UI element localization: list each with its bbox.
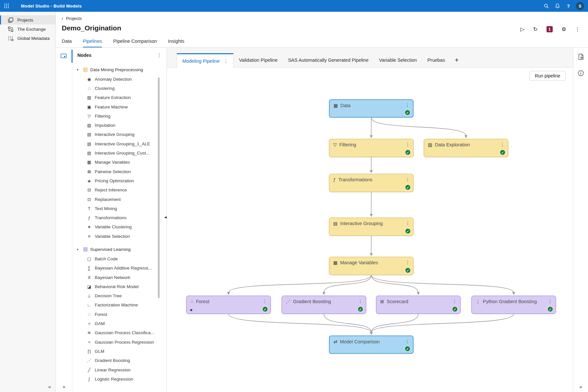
node-group-supervised-learning[interactable]: ▾Supervised Learning	[72, 244, 167, 254]
node-template-reject-inference[interactable]: ⊟Reject Inference	[72, 186, 167, 195]
node-template-bayesian-additive-regressi[interactable]: ∑Bayesian Additive Regressi...	[72, 264, 167, 273]
info-icon[interactable]	[573, 67, 588, 80]
node-template-pairwise-selection[interactable]: ⊠Pairwise Selection	[72, 167, 167, 176]
tab-insights[interactable]: Insights	[168, 39, 184, 48]
node-template-interactive-grouping[interactable]: ▤Interactive Grouping	[72, 130, 167, 139]
node-template-variable-clustering[interactable]: ∗Variable Clustering	[72, 222, 167, 232]
node-template-linear-regression[interactable]: ╱Linear Regression	[72, 365, 167, 374]
node-options-menu-icon[interactable]: ⋮	[358, 299, 363, 304]
node-template-logistic-regression[interactable]: ∫Logistic Regression	[72, 374, 167, 384]
node-options-menu-icon[interactable]: ⋮	[500, 142, 505, 147]
pipeline-node-filtering[interactable]: ▽Filtering⋮✓	[329, 139, 414, 157]
node-template-decision-tree[interactable]: ⊥Decision Tree	[72, 291, 167, 301]
node-template-label: Forest	[95, 312, 107, 317]
pipeline-tab-sas-automatically-generated-pipeline[interactable]: SAS Automatically Generated Pipeline	[283, 53, 374, 67]
node-template-factorization-machine[interactable]: ∟Factorization Machine	[72, 301, 167, 310]
pipeline-node-transformations[interactable]: ƒTransformations⋮✓	[329, 174, 414, 192]
pipeline-node-forest[interactable]: ∴Forest⋮✓★	[186, 296, 271, 314]
node-template-feature-machine[interactable]: ▣Feature Machine	[72, 102, 167, 111]
node-options-menu-icon[interactable]: ⋮	[405, 103, 410, 108]
node-options-menu-icon[interactable]: ⋮	[263, 299, 267, 304]
pipeline-node-model-comparison[interactable]: ⇄Model Comparison⋮✓	[329, 335, 414, 354]
pipeline-canvas[interactable]: Run pipeline ▦Data⋮✓▽Filtering⋮✓▨Data Ex…	[167, 68, 573, 392]
header-overflow-menu-icon[interactable]: ⋮	[575, 27, 580, 32]
pipeline-node-interactive-grouping[interactable]: ▤Interactive Grouping⋮✓	[329, 218, 414, 236]
node-template-transformations[interactable]: ƒTransformations	[72, 213, 167, 222]
node-options-menu-icon[interactable]: ⋮	[405, 177, 410, 182]
node-template-anomaly-detection[interactable]: ◉Anomaly Detection	[72, 74, 167, 84]
nodes-panel-menu-icon[interactable]: ⋮	[157, 52, 162, 58]
help-icon[interactable]: ?	[563, 0, 574, 12]
tab-pipeline-comparison[interactable]: Pipeline Comparison	[113, 39, 157, 48]
node-template-forest[interactable]: ∴Forest	[72, 310, 167, 319]
pipeline-node-data-exploration[interactable]: ▨Data Exploration⋮✓	[424, 139, 508, 157]
pipeline-tab-variable-selection[interactable]: Variable Selection	[374, 53, 422, 67]
node-options-menu-icon[interactable]: ⋮	[405, 339, 410, 344]
notifications-bell-icon[interactable]	[552, 0, 563, 12]
node-template-filtering[interactable]: ▽Filtering	[72, 111, 167, 121]
node-options-menu-icon[interactable]: ⋮	[405, 220, 410, 226]
notification-count-badge[interactable]: 1	[547, 26, 553, 32]
search-icon[interactable]	[541, 0, 552, 12]
nodes-panel-collapse-handle[interactable]: ◀	[164, 216, 167, 219]
tab-data[interactable]: Data	[62, 39, 72, 48]
node-template-interactive-grouping-cust[interactable]: ▤Interactive Grouping_Cust...	[72, 148, 167, 157]
node-template-gaussian-process-regression[interactable]: ≈Gaussian Process Regression	[72, 337, 167, 347]
pipeline-node-python-gradient-boosting[interactable]: ⋮Python Gradient Boosting⋮✓	[471, 296, 556, 314]
left-nav-collapse-icon[interactable]: «	[48, 384, 51, 389]
app-launcher-icon[interactable]	[0, 0, 13, 12]
pipeline-node-scorecard[interactable]: ⊞Scorecard⋮✓	[376, 296, 461, 314]
tab-pipelines[interactable]: Pipelines	[83, 39, 102, 48]
user-avatar[interactable]: S	[576, 2, 584, 10]
pipeline-tab-validation-pipeline[interactable]: Validation Pipeline	[234, 53, 283, 67]
node-group-data-mining-preprocessing[interactable]: ▾Data Mining Preprocessing	[72, 65, 167, 74]
nodes-panel-expand-icon[interactable]: »	[56, 384, 72, 389]
nodes-view-icon[interactable]	[60, 53, 67, 60]
node-template-gaussian-process-classifica[interactable]: ≋Gaussian Process Classifica...	[72, 328, 167, 337]
node-template-pricing-optimization[interactable]: ◈Pricing Optimization	[72, 176, 167, 185]
chevron-down-icon[interactable]: ▾	[77, 68, 81, 72]
node-template-glm[interactable]: ∏GLM	[72, 347, 167, 356]
settings-gear-icon[interactable]: ⚙	[562, 27, 566, 32]
node-success-status-icon: ✓	[452, 306, 458, 312]
pipeline-node-gradient-boosting[interactable]: ⋰Gradient Boosting⋮✓	[282, 296, 366, 314]
node-template-imputation[interactable]: ▧Imputation	[72, 121, 167, 130]
node-template-behavioral-risk-model[interactable]: ◪Behavioral Risk Model	[72, 282, 167, 291]
interactive-grouping-icon: ▤	[333, 221, 337, 226]
node-options-menu-icon[interactable]: ⋮	[405, 142, 410, 147]
run-project-icon[interactable]: ▷	[520, 27, 524, 32]
chevron-down-icon[interactable]: ▾	[77, 248, 81, 251]
node-template-batch-code[interactable]: ▢Batch Code	[72, 254, 167, 263]
node-template-replacement[interactable]: ⊡Replacement	[72, 195, 167, 204]
pipeline-node-label: Scorecard	[387, 299, 408, 304]
node-template-variable-selection[interactable]: ≡Variable Selection	[72, 232, 167, 241]
pipeline-tab-menu-icon[interactable]: ⋮	[223, 58, 228, 64]
node-template-clustering[interactable]: ∴Clustering	[72, 84, 167, 93]
node-template-interactive-grouping-1-ale[interactable]: ▤Interactive Grouping_1_ALE	[72, 139, 167, 148]
node-template-gam[interactable]: ≈GAM	[72, 319, 167, 328]
sidebar-item-projects[interactable]: Projects	[0, 15, 56, 24]
refresh-icon[interactable]: ↻	[533, 27, 537, 32]
pipeline-tab-modeling-pipeline[interactable]: Modeling Pipeline⋮	[177, 53, 234, 68]
node-options-menu-icon[interactable]: ⋮	[405, 260, 410, 265]
pipeline-node-manage-variables[interactable]: ▦Manage Variables⋮✓	[329, 257, 414, 275]
right-rail-collapse-icon[interactable]: «	[573, 384, 588, 389]
add-pipeline-icon[interactable]: +	[450, 53, 463, 67]
pipeline-tab-pruebas[interactable]: Pruebas	[422, 53, 450, 67]
nodes-list-scrollbar[interactable]	[158, 77, 160, 298]
sidebar-item-the-exchange[interactable]: The Exchange	[0, 24, 56, 34]
node-template-manage-variables[interactable]: ▦Manage Variables	[72, 158, 167, 167]
report-icon[interactable]	[573, 50, 588, 63]
node-template-bayesian-network[interactable]: ΧBayesian Network	[72, 273, 167, 282]
edge-python_gradient_boosting-to-model_comparison	[371, 314, 514, 333]
sidebar-item-global-metadata[interactable]: Global Metadata	[0, 34, 56, 43]
pipeline-node-data[interactable]: ▦Data⋮✓	[329, 99, 414, 118]
forest-icon: ∴	[87, 312, 92, 317]
breadcrumb[interactable]: ‹Projects	[62, 16, 82, 21]
node-options-menu-icon[interactable]: ⋮	[452, 299, 457, 304]
node-template-feature-extraction[interactable]: ▨Feature Extraction	[72, 93, 167, 102]
node-template-text-mining[interactable]: TText Mining	[72, 204, 167, 213]
run-pipeline-button[interactable]: Run pipeline	[529, 71, 566, 81]
node-options-menu-icon[interactable]: ⋮	[548, 299, 552, 304]
node-template-gradient-boosting[interactable]: ⋰Gradient Boosting	[72, 356, 167, 365]
